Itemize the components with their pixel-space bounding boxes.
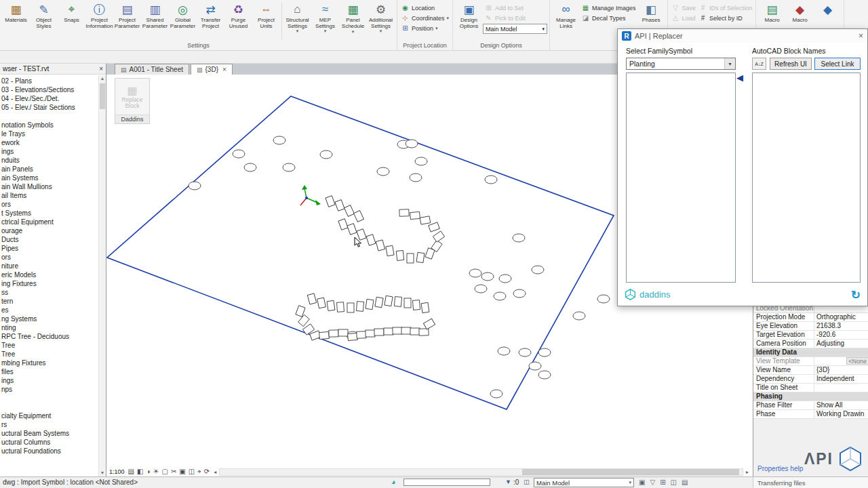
sort-az-icon[interactable]: A↓Z: [752, 58, 766, 70]
statusbar-icon[interactable]: ▤: [682, 479, 688, 486]
close-icon[interactable]: ×: [99, 65, 103, 73]
mep-settings-button[interactable]: ≈MEP Settings▾: [311, 1, 339, 33]
property-value[interactable]: Working Drawin: [814, 410, 868, 418]
horizontal-scrollbar[interactable]: [219, 468, 743, 476]
browser-item[interactable]: files: [0, 367, 98, 376]
pick-to-edit-button[interactable]: ✎Pick to Edit: [483, 13, 547, 23]
select-by-id-button[interactable]: #Select by ID: [697, 13, 753, 23]
project-information-button[interactable]: ⓘProject Information: [85, 1, 113, 29]
location-button[interactable]: ◉Location: [399, 3, 450, 13]
browser-item[interactable]: ng Systems: [0, 314, 98, 323]
project-parameters-button[interactable]: ▤Project Parameters: [113, 1, 141, 30]
browser-item[interactable]: ings: [0, 147, 98, 156]
browser-item[interactable]: mbing Fixtures: [0, 359, 98, 367]
browser-item[interactable]: ail Items: [0, 191, 98, 200]
browser-item[interactable]: ings: [0, 376, 98, 385]
browser-item[interactable]: niture: [0, 262, 98, 270]
family-symbol-select[interactable]: Planting ▾: [626, 58, 736, 70]
property-value[interactable]: {3D}: [814, 366, 868, 374]
browser-item[interactable]: Tree: [0, 341, 98, 350]
manage-links-button[interactable]: ∞Manage Links: [552, 1, 580, 29]
view-control-icon[interactable]: ▢: [161, 468, 167, 475]
view-scale[interactable]: 1:100: [109, 468, 125, 475]
properties-help-link[interactable]: Properties help: [757, 465, 803, 472]
snaps-button[interactable]: ⌖Snaps: [58, 1, 85, 24]
browser-item[interactable]: uctural Columns: [0, 438, 98, 447]
scrollbar-thumb[interactable]: [522, 469, 739, 475]
filter-icon[interactable]: ▼: [505, 479, 511, 485]
browser-item[interactable]: nting: [0, 323, 98, 332]
close-tab-icon[interactable]: ×: [222, 66, 226, 73]
view-control-icon[interactable]: ▤: [128, 468, 134, 475]
save-button[interactable]: ▽Save: [670, 3, 698, 13]
tab-3d[interactable]: ▧ {3D} ×: [191, 64, 233, 75]
refresh-icon[interactable]: ↻: [851, 288, 861, 302]
scroll-down-icon[interactable]: ▼: [99, 470, 106, 476]
property-value[interactable]: <None: [814, 357, 868, 365]
tab-a001-title-sheet[interactable]: ▤ A001 - Title Sheet: [115, 64, 189, 75]
browser-item[interactable]: ework: [0, 138, 98, 147]
view-control-icon[interactable]: ✂: [171, 468, 176, 475]
phases-button[interactable]: ◧Phases: [637, 1, 665, 24]
transfer-project-standards-button[interactable]: ⇄Transfer Project Standards: [197, 1, 224, 30]
active-design-option-select[interactable]: Main Model ▾: [534, 478, 634, 487]
purge-unused-button[interactable]: ♻Purge Unused: [224, 1, 252, 29]
browser-item[interactable]: 04 - Elev./Sec./Det.: [0, 94, 98, 103]
main-model-select[interactable]: Main Model▾: [483, 24, 547, 34]
scrollbar-thumb[interactable]: [100, 83, 105, 109]
global-parameters-button[interactable]: ◎Global Parameters: [169, 1, 197, 30]
dialog-titlebar[interactable]: R API | Replacer ×: [618, 29, 867, 43]
worksharing-icon[interactable]: ◕: [391, 478, 396, 486]
browser-item[interactable]: rs: [0, 420, 98, 429]
browser-item[interactable]: tern: [0, 297, 98, 306]
planting-symbols[interactable]: [189, 136, 610, 398]
browser-item[interactable]: 03 - Elevations/Sections: [0, 85, 98, 94]
browser-item[interactable]: Pipes: [0, 244, 98, 253]
view-control-icon[interactable]: ▣: [179, 468, 185, 475]
macro-manager-button[interactable]: ▤Macro: [758, 1, 786, 24]
view-control-icon[interactable]: ⟳: [204, 468, 210, 475]
statusbar-icon[interactable]: ⊞: [660, 479, 665, 486]
scroll-left-icon[interactable]: ◂: [214, 469, 216, 475]
property-value[interactable]: Independent: [814, 375, 868, 383]
browser-item[interactable]: 02 - Plans: [0, 77, 98, 85]
browser-item[interactable]: t Systems: [0, 209, 98, 218]
property-value[interactable]: Adjusting: [814, 340, 868, 348]
ids-of-selection-button[interactable]: #IDs of Selection: [697, 3, 753, 13]
panel-schedule-templates-button[interactable]: ▦Panel Schedule Templates▾: [339, 1, 367, 34]
view-control-icon[interactable]: ◧: [137, 468, 143, 475]
browser-item[interactable]: notation Symbols: [0, 121, 98, 129]
browser-item[interactable]: RPC Tree - Deciduous: [0, 332, 98, 341]
statusbar-icon[interactable]: ▽: [650, 479, 655, 486]
load-button[interactable]: △Load: [670, 13, 698, 23]
browser-item[interactable]: ain Wall Mullions: [0, 182, 98, 191]
property-value[interactable]: 21638.3: [814, 322, 868, 330]
block-symbols[interactable]: [296, 196, 445, 341]
statusbar-icon[interactable]: ▣: [639, 479, 645, 486]
coordinates-button[interactable]: ⊹Coordinates▾: [399, 13, 450, 23]
structural-settings-button[interactable]: ⌂Structural Settings▾: [283, 1, 311, 33]
browser-item[interactable]: le Trays: [0, 129, 98, 138]
browser-item[interactable]: eric Models: [0, 270, 98, 279]
property-value[interactable]: -920.6: [814, 331, 868, 339]
scroll-up-icon[interactable]: ▲: [99, 75, 106, 82]
additional-settings-button[interactable]: ⚙Additional Settings▾: [367, 1, 395, 33]
replace-block-button[interactable]: ▦ Replace Block: [115, 79, 149, 115]
collapse-left-icon[interactable]: ◀: [736, 73, 743, 83]
view-control-icon[interactable]: ☀: [153, 468, 159, 475]
browser-item[interactable]: ors: [0, 200, 98, 209]
macro-security-button[interactable]: ◆Macro: [786, 1, 814, 24]
materials-button[interactable]: ▦Materials: [2, 1, 30, 24]
browser-scrollbar[interactable]: ▲ ▼: [98, 75, 106, 476]
browser-item[interactable]: uctural Foundations: [0, 447, 98, 455]
dynamo-button[interactable]: ◆: [814, 1, 842, 18]
browser-item[interactable]: 05 - Elev./ Stair Sections: [0, 103, 98, 112]
browser-item[interactable]: Ducts: [0, 235, 98, 244]
add-to-set-button[interactable]: ⊞Add to Set: [483, 3, 547, 13]
view-control-icon[interactable]: ◑: [146, 468, 150, 475]
browser-item[interactable]: cialty Equipment: [0, 411, 98, 420]
browser-item[interactable]: ss: [0, 288, 98, 297]
browser-item[interactable]: Tree: [0, 350, 98, 359]
exclude-options-icon[interactable]: ◫: [524, 479, 530, 485]
family-symbol-listbox[interactable]: [626, 73, 736, 283]
